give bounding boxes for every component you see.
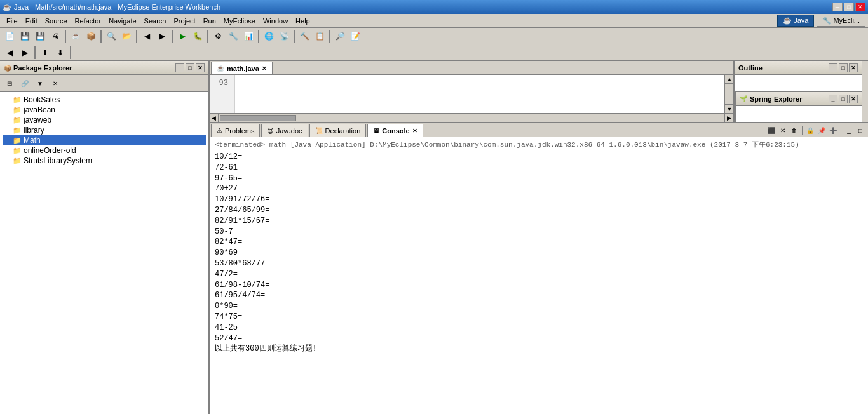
- menu-edit[interactable]: Edit: [22, 16, 41, 26]
- menu-navigate[interactable]: Navigate: [105, 16, 140, 26]
- scroll-down-btn[interactable]: ▼: [725, 104, 733, 113]
- outline-title: Outline: [738, 64, 763, 72]
- spring-maximize-btn[interactable]: □: [839, 95, 848, 104]
- bottom-tab-actions[interactable]: ⬛ ✕ 🗑 🔒 📌 ➕ _ □: [764, 124, 868, 137]
- title-bar-controls[interactable]: ─ □ ✕: [832, 3, 865, 11]
- maximize-panel-btn[interactable]: □: [186, 63, 194, 72]
- save-button[interactable]: 💾: [18, 29, 32, 43]
- new-console-btn[interactable]: ➕: [828, 125, 838, 135]
- pkg-close-btn[interactable]: ✕: [48, 76, 62, 90]
- outline-close-btn[interactable]: ✕: [849, 63, 858, 72]
- menu-search[interactable]: Search: [140, 16, 170, 26]
- console-terminate-btn[interactable]: ⬛: [766, 125, 776, 135]
- toolbar-btn5[interactable]: 📡: [277, 29, 291, 43]
- outline-header-btns[interactable]: _ □ ✕: [829, 63, 858, 72]
- new-class-button[interactable]: 📦: [84, 29, 98, 43]
- tree-item-javabean[interactable]: 📁 javaBean: [3, 105, 206, 115]
- tree-item-struts[interactable]: 📁 StrutsLibrarySystem: [3, 156, 206, 166]
- console-content[interactable]: <terminated> math [Java Application] D:\…: [210, 137, 868, 414]
- pkg-view-menu-btn[interactable]: ▼: [33, 76, 47, 90]
- menu-source[interactable]: Source: [41, 16, 71, 26]
- tree-item-booksales[interactable]: 📁 BookSales: [3, 95, 206, 105]
- menu-window[interactable]: Window: [259, 16, 292, 26]
- open-resource-button[interactable]: 📂: [119, 29, 133, 43]
- hscroll-thumb[interactable]: [220, 115, 296, 121]
- menu-help[interactable]: Help: [292, 16, 314, 26]
- console-close-btn[interactable]: ✕: [412, 128, 417, 134]
- tab-javadoc[interactable]: @ Javadoc: [261, 124, 308, 137]
- tree-item-library[interactable]: 📁 library: [3, 125, 206, 135]
- new-java-button[interactable]: ☕: [69, 29, 83, 43]
- run-button[interactable]: ▶: [175, 29, 189, 43]
- math-icon: 📁: [13, 137, 22, 145]
- editor-tab-math[interactable]: ☕ math.java ✕: [211, 62, 273, 74]
- tab-declaration[interactable]: 📜 Declaration: [309, 124, 367, 137]
- java-perspective[interactable]: ☕ Java: [777, 15, 814, 27]
- toolbar-btn3[interactable]: 📊: [241, 29, 255, 43]
- editor-code-area[interactable]: [235, 75, 733, 113]
- toolbar2-btn1[interactable]: ◀: [3, 46, 17, 60]
- toolbar2-btn4[interactable]: ⬇: [53, 46, 67, 60]
- myeclipse-perspective[interactable]: 🔧 MyEcli...: [817, 15, 865, 27]
- menu-file[interactable]: File: [3, 16, 22, 26]
- console-maximize-btn[interactable]: □: [855, 125, 865, 135]
- forward-button[interactable]: ▶: [155, 29, 169, 43]
- tree-item-javaweb[interactable]: 📁 javaweb: [3, 115, 206, 125]
- tab-problems[interactable]: ⚠ Problems: [211, 124, 260, 137]
- console-remove-btn[interactable]: ✕: [778, 125, 788, 135]
- scroll-up-btn[interactable]: ▲: [725, 75, 733, 84]
- menu-myeclipse[interactable]: MyEclipse: [220, 16, 259, 26]
- toolbar-btn2[interactable]: 🔧: [226, 29, 240, 43]
- toolbar2-btn3[interactable]: ⬆: [38, 46, 52, 60]
- menu-run[interactable]: Run: [200, 16, 220, 26]
- tree-item-math[interactable]: 📁 Math: [3, 135, 206, 145]
- save-all-button[interactable]: 💾: [33, 29, 47, 43]
- close-panel-btn[interactable]: ✕: [196, 63, 205, 72]
- tab-close-btn[interactable]: ✕: [262, 65, 267, 72]
- back-button[interactable]: ◀: [140, 29, 154, 43]
- console-line-13: 61/98-10/74=: [215, 280, 863, 291]
- toolbar-btn6[interactable]: 🔨: [297, 29, 311, 43]
- spring-close-btn[interactable]: ✕: [849, 95, 858, 104]
- editor-content[interactable]: 93 ▲ ▼: [210, 75, 733, 113]
- booksales-icon: 📁: [13, 96, 22, 104]
- console-clear-btn[interactable]: 🗑: [789, 125, 799, 135]
- open-type-button[interactable]: 🔍: [104, 29, 118, 43]
- outline-minimize-btn[interactable]: _: [829, 63, 837, 72]
- toolbar-btn1[interactable]: ⚙: [211, 29, 225, 43]
- toolbar-btn7[interactable]: 📋: [313, 29, 327, 43]
- console-minimize-btn[interactable]: _: [844, 125, 854, 135]
- toolbar-btn4[interactable]: 🌐: [262, 29, 276, 43]
- minimize-panel-btn[interactable]: _: [175, 63, 184, 72]
- tree-item-onlineorder[interactable]: 📁 onlineOrder-old: [3, 145, 206, 156]
- pin-console-btn[interactable]: 📌: [817, 125, 827, 135]
- tab-console[interactable]: 🖥 Console ✕: [367, 124, 423, 137]
- editor-hscrollbar[interactable]: ◀ ▶: [210, 113, 733, 122]
- scroll-lock-btn[interactable]: 🔒: [805, 125, 815, 135]
- toolbar-btn8[interactable]: 🔎: [333, 29, 347, 43]
- minimize-button[interactable]: ─: [832, 3, 843, 11]
- toolbar-btn9[interactable]: 📝: [348, 29, 362, 43]
- toolbar2-btn2[interactable]: ▶: [18, 46, 32, 60]
- scroll-left-btn[interactable]: ◀: [210, 114, 219, 122]
- spring-minimize-btn[interactable]: _: [829, 95, 837, 104]
- editor-scrollbar[interactable]: ▲ ▼: [724, 75, 733, 113]
- scroll-right-btn[interactable]: ▶: [724, 114, 733, 122]
- spring-header-btns[interactable]: _ □ ✕: [829, 95, 858, 104]
- menu-project[interactable]: Project: [170, 16, 199, 26]
- print-button[interactable]: 🖨: [48, 29, 62, 43]
- console-line-9: 82*47=: [215, 237, 863, 248]
- collapse-all-btn[interactable]: ⊟: [3, 76, 17, 90]
- panel-header-buttons[interactable]: _ □ ✕: [175, 63, 205, 72]
- struts-icon: 📁: [13, 157, 22, 165]
- booksales-label: BookSales: [24, 95, 60, 104]
- menu-refactor[interactable]: Refactor: [71, 16, 105, 26]
- close-button[interactable]: ✕: [855, 3, 865, 11]
- maximize-button[interactable]: □: [844, 3, 854, 11]
- tab-label: math.java: [227, 65, 259, 72]
- new-button[interactable]: 📄: [3, 29, 17, 43]
- console-line-17: 41-25=: [215, 323, 863, 333]
- outline-maximize-btn[interactable]: □: [839, 63, 848, 72]
- link-with-editor-btn[interactable]: 🔗: [18, 76, 32, 90]
- debug-button[interactable]: 🐛: [191, 29, 205, 43]
